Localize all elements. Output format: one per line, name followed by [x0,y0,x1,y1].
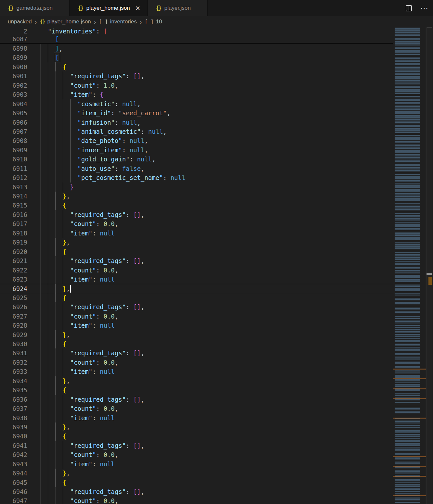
code-line[interactable]: 6902"count": 1.0, [0,81,393,90]
line-number[interactable]: 6935 [0,385,27,395]
line-number[interactable]: 6919 [0,238,27,247]
line-number[interactable]: 6899 [0,53,27,62]
code-line[interactable]: 6930{ [0,339,393,348]
scrollbar[interactable] [426,27,432,504]
line-number[interactable]: 6911 [0,164,27,173]
line-number[interactable]: 6904 [0,99,27,108]
line-number[interactable]: 6923 [0,275,27,284]
code-line[interactable]: 6911"auto_use": false, [0,164,393,173]
line-number[interactable]: 6929 [0,330,27,339]
line-number[interactable]: 6946 [0,487,27,496]
tab-gamedata-json[interactable]: {} gamedata.json [0,0,70,16]
line-number[interactable]: 6906 [0,118,27,127]
line-number[interactable]: 6936 [0,395,27,404]
code-line[interactable]: 6947"count": 0.0, [0,496,393,504]
code-line[interactable]: 6909"inner_item": null, [0,145,393,155]
code-line[interactable]: 6903"item": { [0,90,393,99]
code-line[interactable]: 6900{ [0,62,393,71]
close-icon[interactable]: ✕ [135,5,140,11]
code-line[interactable]: 6928"item": null [0,321,393,330]
line-number[interactable]: 6902 [0,81,27,90]
line-number[interactable]: 6918 [0,229,27,238]
line-number[interactable]: 6917 [0,219,27,228]
line-number[interactable]: 6940 [0,432,27,441]
line-number[interactable]: 6910 [0,155,27,164]
code-line[interactable]: 6907"animal_cosmetic": null, [0,127,393,136]
line-number[interactable]: 6914 [0,192,27,201]
line-number[interactable]: 6916 [0,210,27,219]
sticky-line[interactable]: 6087[ [0,35,393,43]
code-line[interactable]: 6941"required_tags": [], [0,441,393,450]
code-area[interactable]: 6898],6899[6900{6901"required_tags": [],… [0,44,393,504]
code-line[interactable]: 6942"count": 0.0, [0,450,393,459]
sticky-scroll[interactable]: 2"inventories": [6087[ [0,27,393,44]
line-number[interactable]: 6915 [0,201,27,210]
line-number[interactable]: 6943 [0,460,27,469]
line-number[interactable]: 6933 [0,367,27,376]
code-line[interactable]: 6939}, [0,422,393,432]
code-line[interactable]: 6898], [0,44,393,53]
line-number[interactable]: 6938 [0,413,27,422]
line-number[interactable]: 6927 [0,312,27,321]
line-number[interactable]: 6934 [0,376,27,385]
breadcrumb-item-index-10[interactable]: [ ] 10 [145,19,162,25]
line-number[interactable]: 6942 [0,450,27,459]
more-actions-icon[interactable]: ⋯ [420,4,428,12]
code-line[interactable]: 6912"pet_cosmetic_set_name": null [0,173,393,182]
breadcrumb-item-inventories[interactable]: [ ] inventories [99,19,137,25]
code-line[interactable]: 6937"count": 0.0, [0,404,393,413]
tab-player-home-json[interactable]: {} player_home.json ✕ [70,0,148,16]
line-number[interactable]: 6907 [0,127,27,136]
code-line[interactable]: 6923"item": null [0,275,393,284]
code-line[interactable]: 6918"item": null [0,229,393,238]
line-number[interactable]: 6921 [0,256,27,265]
code-line[interactable]: 6913} [0,183,393,192]
code-line[interactable]: 6931"required_tags": [], [0,348,393,358]
code-line[interactable]: 6910"gold_to_gain": null, [0,155,393,164]
line-number[interactable]: 6920 [0,247,27,256]
code-line[interactable]: 6914}, [0,192,393,201]
code-line[interactable]: 6936"required_tags": [], [0,395,393,404]
code-line[interactable]: 6943"item": null [0,460,393,469]
code-line[interactable]: 6917"count": 0.0, [0,219,393,228]
code-line[interactable]: 6919}, [0,238,393,247]
code-line[interactable]: 6899[ [0,53,393,62]
code-line[interactable]: 6946"required_tags": [], [0,487,393,496]
code-line[interactable]: 6945{ [0,478,393,487]
code-line[interactable]: 6926"required_tags": [], [0,302,393,311]
line-number[interactable]: 6087 [0,35,27,43]
tab-player-json[interactable]: {} player.json [148,0,208,16]
code-line[interactable]: 6904"cosmetic": null, [0,99,393,108]
code-line[interactable]: 6908"date_photo": null, [0,136,393,145]
code-line[interactable]: 6927"count": 0.0, [0,312,393,321]
code-line[interactable]: 6920{ [0,247,393,256]
code-line[interactable]: 6916"required_tags": [], [0,210,393,219]
code-line[interactable]: 6938"item": null [0,413,393,422]
code-line[interactable]: 6934}, [0,376,393,385]
line-number[interactable]: 6947 [0,496,27,504]
sticky-line[interactable]: 2"inventories": [ [0,27,393,35]
scrollbar-slider[interactable] [426,273,432,275]
line-number[interactable]: 6937 [0,404,27,413]
line-number[interactable]: 6930 [0,339,27,348]
breadcrumb-item-file[interactable]: {} player_home.json [40,19,91,25]
line-number[interactable]: 6944 [0,469,27,478]
line-number[interactable]: 6939 [0,422,27,432]
line-number[interactable]: 6945 [0,478,27,487]
breadcrumb-item-unpacked[interactable]: unpacked [8,19,32,25]
line-number[interactable]: 6900 [0,62,27,71]
line-number[interactable]: 6941 [0,441,27,450]
editor-pane[interactable]: 6898],6899[6900{6901"required_tags": [],… [0,27,433,504]
line-number[interactable]: 6898 [0,44,27,53]
code-line[interactable]: 6922"count": 0.0, [0,266,393,275]
line-number[interactable]: 6931 [0,348,27,358]
code-line[interactable]: 6915{ [0,201,393,210]
code-line[interactable]: 6905"item_id": "seed_carrot", [0,108,393,118]
line-number[interactable]: 6901 [0,71,27,81]
line-number[interactable]: 6912 [0,173,27,182]
code-line[interactable]: 6932"count": 0.0, [0,358,393,367]
minimap[interactable] [393,27,426,504]
code-line[interactable]: 6940{ [0,432,393,441]
line-number[interactable]: 6925 [0,293,27,302]
line-number[interactable]: 2 [0,27,27,35]
